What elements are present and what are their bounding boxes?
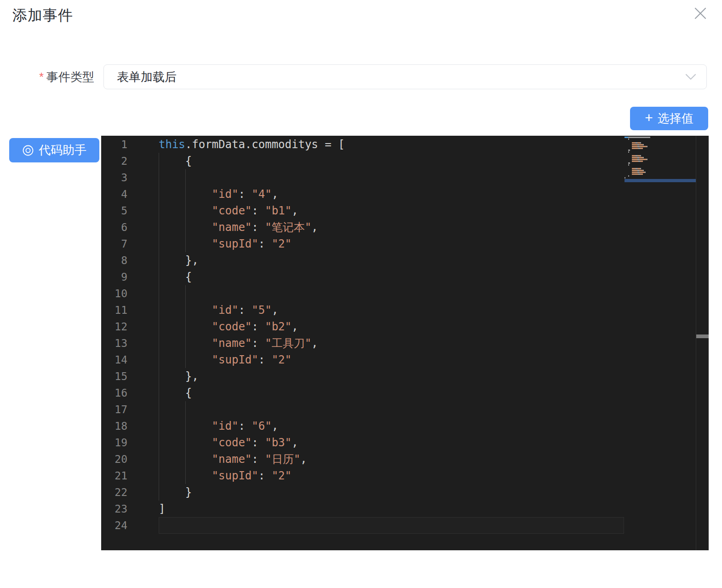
code-line: 10 (101, 285, 709, 302)
code-line: 24 (101, 517, 709, 534)
code-line: 12 "code": "b2", (101, 318, 709, 335)
line-number: 4 (101, 186, 159, 202)
assistant-rings-icon (22, 144, 34, 156)
code-line: 14 "supId": "2" (101, 352, 709, 368)
scrollbar-divider (696, 136, 696, 550)
current-line-highlight (159, 517, 624, 534)
line-number: 13 (101, 335, 159, 352)
line-number: 21 (101, 467, 159, 484)
line-number: 9 (101, 269, 159, 285)
line-number: 8 (101, 252, 159, 269)
code-line: 19 "code": "b3", (101, 434, 709, 451)
code-assistant-button[interactable]: 代码助手 (9, 138, 99, 162)
code-line: 20 "name": "日历", (101, 451, 709, 467)
line-number: 12 (101, 318, 159, 335)
line-number: 6 (101, 219, 159, 236)
code-line: 21 "supId": "2" (101, 467, 709, 484)
plus-icon: + (645, 111, 653, 125)
line-number: 14 (101, 352, 159, 368)
code-line: 8 }, (101, 252, 709, 269)
scrollbar-thumb[interactable] (696, 334, 709, 338)
code-line: 16 { (101, 385, 709, 401)
code-line: 3 (101, 169, 709, 186)
line-number: 20 (101, 451, 159, 467)
event-type-label-text: 事件类型 (46, 70, 94, 84)
line-number: 16 (101, 385, 159, 401)
line-number: 18 (101, 418, 159, 434)
dialog-title: 添加事件 (12, 6, 73, 26)
code-editor[interactable]: 1this.formData.commoditys = [2 {34 "id":… (101, 136, 709, 550)
code-line: 22 } (101, 484, 709, 501)
line-number: 2 (101, 153, 159, 169)
select-value-button[interactable]: + 选择值 (630, 107, 708, 130)
line-number: 22 (101, 484, 159, 501)
code-line: 13 "name": "工具刀", (101, 335, 709, 352)
code-line: 2 { (101, 153, 709, 169)
line-number: 1 (101, 136, 159, 153)
line-number: 7 (101, 236, 159, 252)
select-value-button-label: 选择值 (658, 110, 693, 127)
code-line: 17 (101, 401, 709, 418)
required-asterisk: * (39, 70, 44, 84)
line-number: 15 (101, 368, 159, 385)
event-type-label: *事件类型 (0, 64, 94, 89)
close-icon (694, 7, 707, 20)
code-line: 6 "name": "笔记本", (101, 219, 709, 236)
code-line: 11 "id": "5", (101, 302, 709, 318)
close-button[interactable] (692, 5, 709, 22)
event-type-select-value: 表单加载后 (117, 69, 685, 85)
code-line: 5 "code": "b1", (101, 202, 709, 219)
code-line: 9 { (101, 269, 709, 285)
code-line: 1this.formData.commoditys = [ (101, 136, 709, 153)
line-number: 17 (101, 401, 159, 418)
code-line: 4 "id": "4", (101, 186, 709, 202)
minimap-current-line-marker (625, 179, 696, 182)
code-line: 18 "id": "6", (101, 418, 709, 434)
line-number: 3 (101, 169, 159, 186)
minimap[interactable] (625, 137, 696, 181)
chevron-down-icon (685, 74, 696, 80)
line-number: 19 (101, 434, 159, 451)
code-line: 7 "supId": "2" (101, 236, 709, 252)
line-number: 5 (101, 202, 159, 219)
code-line: 23] (101, 501, 709, 517)
line-number: 10 (101, 285, 159, 302)
code-line: 15 }, (101, 368, 709, 385)
line-number: 24 (101, 517, 159, 534)
line-number: 23 (101, 501, 159, 517)
line-number: 11 (101, 302, 159, 318)
event-type-select[interactable]: 表单加载后 (103, 64, 707, 89)
code-assistant-button-label: 代码助手 (39, 142, 86, 158)
editor-lines: 1this.formData.commoditys = [2 {34 "id":… (101, 136, 709, 534)
